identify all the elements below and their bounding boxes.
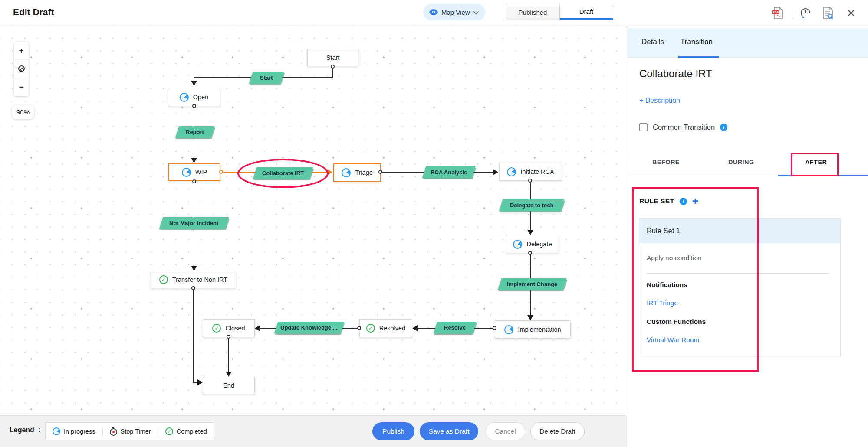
notification-link[interactable]: IRT Triage: [647, 299, 678, 307]
port[interactable]: [357, 326, 361, 330]
add-description-link[interactable]: + Description: [639, 97, 680, 104]
in-progress-icon: [513, 240, 522, 249]
fit-view-button[interactable]: [14, 59, 29, 78]
tab-transition[interactable]: Transition: [681, 38, 713, 46]
port[interactable]: [331, 65, 335, 69]
state-node-initiate-rca[interactable]: Initiate RCA: [499, 163, 562, 181]
arrowhead: [527, 230, 533, 235]
blueprint-canvas[interactable]: + − 90% Start Open WIP: [0, 26, 627, 447]
port[interactable]: [192, 179, 196, 183]
port[interactable]: [219, 170, 223, 174]
crosshair-icon: [18, 65, 25, 72]
legend-colon: :: [38, 426, 40, 434]
transition-resolve[interactable]: Resolve: [434, 322, 477, 333]
save-as-draft-button[interactable]: Save as Draft: [420, 422, 478, 440]
transition-rca-analysis[interactable]: RCA Analysis: [422, 166, 476, 178]
state-node-end[interactable]: End: [203, 377, 255, 394]
active-stage-underline: [778, 175, 868, 176]
transition-delegate-to-tech[interactable]: Delegate to tech: [499, 199, 565, 211]
transition-report[interactable]: Report: [175, 126, 215, 138]
port[interactable]: [227, 335, 230, 339]
arrowhead: [327, 169, 332, 175]
state-label: Transfer to Non IRT: [172, 276, 227, 283]
port[interactable]: [528, 251, 532, 255]
arrowhead: [191, 266, 197, 271]
delete-draft-button[interactable]: Delete Draft: [530, 422, 585, 440]
tab-after[interactable]: AFTER: [805, 159, 827, 166]
port[interactable]: [191, 286, 195, 290]
chevron-down-icon: [473, 9, 479, 14]
arrowhead: [527, 315, 533, 320]
tab-before[interactable]: BEFORE: [652, 159, 680, 166]
transition-collaborate-irt[interactable]: Collaborate IRT: [253, 167, 313, 179]
state-label: Implementation: [518, 326, 561, 333]
transition-label: Report: [186, 129, 204, 135]
state-node-delegate[interactable]: Delegate: [506, 235, 559, 253]
rule-set-header: RULE SET i +: [639, 196, 698, 206]
transition-label: RCA Analysis: [431, 169, 467, 176]
port[interactable]: [378, 170, 382, 174]
transition-label: Resolve: [444, 324, 466, 331]
info-icon[interactable]: i: [720, 124, 727, 131]
arrowhead: [197, 379, 203, 385]
transition-label: Not Major incident: [169, 220, 218, 226]
info-icon[interactable]: i: [680, 198, 687, 205]
legend-item-label: Completed: [177, 428, 207, 435]
in-progress-icon: [180, 93, 189, 102]
port[interactable]: [528, 179, 532, 183]
published-tab[interactable]: Published: [506, 4, 560, 20]
zoom-out-button[interactable]: −: [14, 78, 29, 96]
transition-panel: Details Transition Collaborate IRT + Des…: [627, 26, 868, 447]
transition-implement-change[interactable]: Implement Change: [498, 278, 567, 290]
transition-not-major-incident[interactable]: Not Major incident: [159, 217, 229, 229]
tab-details[interactable]: Details: [641, 38, 664, 46]
in-progress-icon: [504, 325, 513, 334]
state-node-start[interactable]: Start: [307, 49, 358, 66]
active-tab-underline: [678, 56, 719, 58]
arrowhead: [191, 81, 197, 86]
connector: [228, 339, 229, 372]
connector: [332, 69, 333, 78]
publish-button[interactable]: Publish: [372, 422, 414, 440]
state-node-resolved[interactable]: Resolved: [359, 319, 412, 337]
stage-tab-strip: BEFORE DURING AFTER: [627, 150, 868, 176]
transition-update-knowledge[interactable]: Update Knowledge ...: [274, 322, 344, 333]
state-label: WIP: [195, 169, 207, 176]
in-progress-icon: [53, 427, 60, 435]
panel-tab-strip: Details Transition: [627, 28, 868, 58]
in-progress-icon: [507, 167, 516, 176]
history-icon[interactable]: [799, 6, 812, 20]
transition-label: Delegate to tech: [510, 202, 553, 209]
state-node-open[interactable]: Open: [168, 88, 220, 106]
completed-icon: [212, 324, 221, 333]
map-view-dropdown[interactable]: Map View: [423, 4, 485, 20]
audit-log-icon[interactable]: [821, 6, 835, 20]
export-pdf-icon[interactable]: PDF: [770, 6, 784, 20]
port[interactable]: [192, 104, 196, 108]
divider: [647, 273, 829, 274]
completed-icon: [165, 427, 173, 435]
legend-item-stop-timer: Stop Timer: [102, 427, 158, 436]
close-icon[interactable]: ✕: [844, 6, 858, 20]
port[interactable]: [493, 326, 496, 330]
common-transition-checkbox[interactable]: [639, 123, 648, 131]
state-node-triage[interactable]: Triage: [333, 163, 381, 182]
state-label: Delegate: [526, 241, 552, 248]
page-title: Edit Draft: [13, 7, 54, 17]
custom-function-link[interactable]: Virtual War Room: [647, 336, 699, 344]
zoom-controls: + −: [14, 42, 29, 96]
state-node-wip[interactable]: WIP: [168, 163, 220, 181]
cancel-button[interactable]: Cancel: [486, 422, 525, 440]
state-label: End: [223, 382, 234, 389]
add-rule-set-button[interactable]: +: [692, 196, 698, 206]
zoom-in-button[interactable]: +: [14, 42, 29, 59]
zoom-level-badge: 90%: [12, 105, 34, 119]
state-node-implementation[interactable]: Implementation: [495, 320, 571, 339]
rule-set-item[interactable]: Rule Set 1: [639, 219, 840, 243]
state-node-transfer-to-non-irt[interactable]: Transfer to Non IRT: [151, 271, 236, 288]
custom-functions-heading: Custom Functions: [647, 318, 706, 326]
tab-during[interactable]: DURING: [728, 159, 754, 166]
draft-tab[interactable]: Draft: [560, 4, 613, 20]
transition-start[interactable]: Start: [249, 72, 284, 84]
arrowhead: [412, 325, 418, 331]
